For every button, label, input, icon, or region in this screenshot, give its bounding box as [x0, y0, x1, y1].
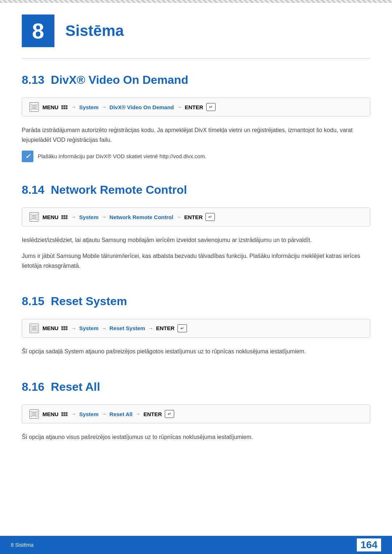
menu-label-814: MENU [42, 214, 58, 220]
section-816-title: 8.16 Reset All [22, 380, 370, 394]
section-816-heading: Reset All [51, 380, 100, 393]
section-816-body-1: Šī opcija atjauno visus pašreizējos iest… [22, 432, 370, 442]
page-footer: 8 Sistēma 164 [0, 536, 392, 554]
section-813-number: 8.13 [22, 73, 44, 86]
section-815: 8.15 Reset System MENU → System → Reset … [0, 295, 392, 380]
arrow-2-815: → [102, 325, 107, 331]
section-816-number: 8.16 [22, 380, 44, 393]
arrow-1-814: → [71, 214, 76, 220]
section-814-body-2: Jums ir jābūt Samsung Mobile tālrunim/ie… [22, 251, 370, 271]
section-815-number: 8.15 [22, 295, 44, 308]
enter-icon-815: ↵ [177, 324, 187, 332]
arrow-2-813: → [102, 104, 107, 110]
top-stripe [0, 0, 392, 3]
arrow-1-816: → [71, 411, 76, 417]
grid-icon-815 [61, 326, 68, 330]
divider [22, 58, 370, 59]
section-814-body-1: Ieslēdziet/izslēdziet, lai atļautu Samsu… [22, 235, 370, 245]
section-813-title: 8.13 DivX® Video On Demand [22, 73, 370, 87]
grid-icon-813 [61, 105, 68, 109]
enter-label-815: ENTER [156, 325, 175, 331]
enter-icon-814: ↵ [205, 213, 215, 221]
arrow-2-814: → [102, 214, 107, 220]
section-814-number: 8.14 [22, 183, 44, 196]
chapter-number: 8 [22, 15, 54, 47]
section-813-note: ✓ Plašāku informāciju par DivX® VOD skat… [22, 151, 370, 162]
menu-label-816: MENU [42, 411, 58, 417]
path-system-816: System [79, 411, 98, 417]
menu-icon-815 [29, 324, 39, 333]
chapter-title: Sistēma [65, 22, 124, 40]
arrow-3-816: → [135, 411, 140, 417]
path-item-816: Reset All [110, 411, 133, 417]
path-item-814: Network Remote Control [110, 214, 173, 220]
enter-label-814: ENTER [184, 214, 203, 220]
section-816-menu-path: MENU → System → Reset All → ENTER ↵ [22, 405, 370, 423]
page-number: 164 [357, 538, 381, 551]
section-814-menu-path: MENU → System → Network Remote Control →… [22, 208, 370, 226]
path-item-813: DivX® Video On Demand [110, 104, 174, 110]
section-813-note-text: Plašāku informāciju par DivX® VOD skatie… [38, 151, 207, 161]
section-814: 8.14 Network Remote Control MENU → Syste… [0, 183, 392, 295]
enter-icon-813: ↵ [206, 103, 216, 111]
section-815-menu-path: MENU → System → Reset System → ENTER ↵ [22, 319, 370, 338]
chapter-header: 8 Sistēma [0, 0, 392, 58]
arrow-1-813: → [71, 104, 76, 110]
menu-label-815: MENU [42, 325, 58, 331]
arrow-1-815: → [71, 325, 76, 331]
section-813: 8.13 DivX® Video On Demand MENU → System… [0, 73, 392, 183]
arrow-3-815: → [148, 325, 153, 331]
section-814-title: 8.14 Network Remote Control [22, 183, 370, 197]
path-system-815: System [79, 325, 98, 331]
path-system-813: System [79, 104, 98, 110]
section-813-heading: DivX® Video On Demand [51, 73, 188, 86]
section-815-heading: Reset System [51, 295, 127, 308]
section-816: 8.16 Reset All MENU → System → Reset All… [0, 380, 392, 466]
arrow-3-814: → [176, 214, 181, 220]
grid-icon-816 [61, 412, 68, 416]
enter-label-816: ENTER [143, 411, 162, 417]
menu-icon-816 [29, 409, 39, 419]
menu-icon-814 [29, 212, 39, 222]
footer-page-number-container: 164 [357, 538, 381, 551]
note-icon-813: ✓ [22, 151, 33, 162]
section-815-body-1: Šī opcija sadaļā System atjauno pašreizē… [22, 346, 370, 356]
grid-icon-814 [61, 215, 68, 219]
path-system-814: System [79, 214, 98, 220]
menu-icon-813 [29, 102, 39, 112]
section-813-body-1: Parāda izstrādājumam autorizēto reģistrā… [22, 125, 370, 145]
path-item-815: Reset System [110, 325, 145, 331]
section-815-title: 8.15 Reset System [22, 295, 370, 308]
arrow-3-813: → [177, 104, 182, 110]
footer-chapter-label: 8 Sistēma [11, 542, 33, 548]
arrow-2-816: → [102, 411, 107, 417]
menu-label-813: MENU [42, 104, 58, 110]
section-814-heading: Network Remote Control [51, 183, 187, 196]
section-813-menu-path: MENU → System → DivX® Video On Demand → … [22, 98, 370, 116]
enter-icon-816: ↵ [165, 410, 174, 418]
enter-label-813: ENTER [185, 104, 203, 110]
